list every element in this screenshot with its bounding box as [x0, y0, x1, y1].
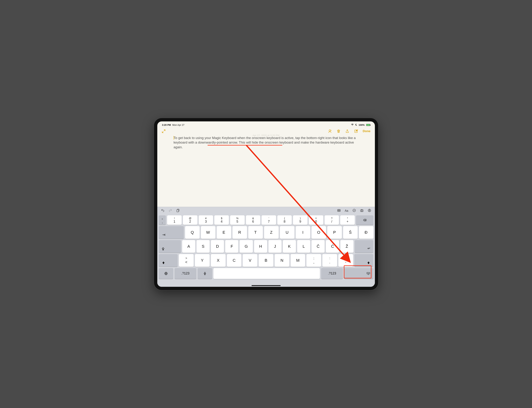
annotation-highlight-box: [344, 265, 371, 278]
key-đ[interactable]: Đ: [359, 226, 374, 239]
note-paragraph: To get back to using your Magic Keyboard…: [174, 136, 358, 150]
key-row-2: A S D F G H J K L Č Ć Ž: [159, 240, 374, 253]
key-i[interactable]: I: [296, 226, 310, 239]
done-button[interactable]: Done: [363, 129, 371, 133]
key-row-4: .?123 .?123: [159, 268, 374, 279]
battery-percent: 100%: [358, 124, 365, 126]
note-content-area[interactable]: Apr 27, 2020 at 3:20 PM To get back to u…: [157, 136, 375, 207]
key-3[interactable]: #3: [199, 215, 213, 225]
key-comma[interactable]: ;,: [307, 254, 321, 267]
key-period[interactable]: :.: [322, 254, 337, 267]
dnd-moon-icon: [355, 123, 357, 127]
svg-point-0: [352, 125, 353, 126]
key-y[interactable]: Y: [195, 254, 210, 267]
battery-icon: [366, 124, 370, 126]
text-format-button[interactable]: Aa: [345, 209, 348, 212]
key-w[interactable]: W: [201, 226, 216, 239]
key-quotes[interactable]: „ ‚: [159, 215, 166, 225]
key-g[interactable]: G: [240, 240, 253, 253]
key-1[interactable]: !1: [167, 215, 182, 225]
markup-icon[interactable]: [368, 209, 371, 213]
key-7[interactable]: '7: [262, 215, 276, 225]
key-m[interactable]: M: [291, 254, 305, 267]
key-ć[interactable]: Ć: [326, 240, 339, 253]
key-capslock[interactable]: [159, 240, 181, 253]
undo-icon[interactable]: [161, 209, 165, 213]
key-left-shift[interactable]: [159, 254, 178, 267]
table-icon[interactable]: [337, 209, 341, 213]
svg-point-7: [353, 209, 356, 212]
key-e[interactable]: E: [217, 226, 231, 239]
key-q[interactable]: Q: [185, 226, 200, 239]
key-5[interactable]: %5: [230, 215, 245, 225]
key-right-shift[interactable]: [354, 254, 374, 267]
key-plus[interactable]: *+: [340, 215, 355, 225]
key-9[interactable]: )9: [293, 215, 308, 225]
key-z[interactable]: Z: [264, 226, 279, 239]
key-numlock-right[interactable]: .?123: [321, 268, 343, 279]
key-v[interactable]: V: [243, 254, 257, 267]
key-row-1: Q W E R T Z U I O P Š Đ: [159, 226, 374, 239]
camera-icon[interactable]: [360, 209, 364, 213]
key-n[interactable]: N: [275, 254, 289, 267]
key-a[interactable]: A: [182, 240, 195, 253]
key-b[interactable]: B: [259, 254, 273, 267]
key-r[interactable]: R: [233, 226, 247, 239]
status-time: 3:20 PM: [162, 124, 171, 126]
svg-rect-13: [204, 272, 205, 274]
onscreen-keyboard: Aa „ ‚ !1 @2 #3 $4 %5 &6 '7 (8: [157, 207, 375, 287]
home-indicator: [252, 285, 281, 286]
key-spacebar[interactable]: [213, 268, 320, 279]
new-note-icon[interactable]: [354, 129, 358, 133]
collaborate-icon[interactable]: [328, 129, 332, 133]
key-p[interactable]: P: [327, 226, 342, 239]
collapse-note-icon[interactable]: [162, 129, 166, 133]
key-globe[interactable]: [159, 268, 173, 279]
key-d[interactable]: D: [211, 240, 224, 253]
key-č[interactable]: Č: [311, 240, 324, 253]
key-row-0: „ ‚ !1 @2 #3 $4 %5 &6 '7 (8 )9 =0 ?/ *+: [159, 215, 374, 225]
key-numlock-left[interactable]: .?123: [175, 268, 196, 279]
key-8[interactable]: (8: [277, 215, 292, 225]
key-0[interactable]: =0: [309, 215, 323, 225]
wifi-icon: [351, 123, 354, 127]
share-icon[interactable]: [345, 129, 349, 133]
svg-point-9: [361, 210, 362, 211]
key-backspace[interactable]: [356, 215, 374, 225]
svg-rect-11: [163, 250, 164, 250]
key-6[interactable]: &6: [246, 215, 260, 225]
keyboard-toolbar: Aa: [157, 207, 375, 215]
key-slash[interactable]: ?/: [324, 215, 339, 225]
redo-icon: [168, 209, 172, 213]
key-dictate[interactable]: [198, 268, 212, 279]
key-angle[interactable]: ><: [179, 254, 194, 267]
clipboard-icon[interactable]: [176, 209, 180, 213]
key-f[interactable]: F: [225, 240, 238, 253]
key-return[interactable]: [355, 240, 374, 253]
key-u[interactable]: U: [280, 226, 294, 239]
key-c[interactable]: C: [227, 254, 241, 267]
status-bar: 3:20 PM Mon Apr 27 100%: [157, 123, 375, 127]
trash-icon[interactable]: [337, 129, 341, 133]
key-o[interactable]: O: [311, 226, 326, 239]
svg-rect-5: [177, 210, 179, 212]
key-j[interactable]: J: [268, 240, 282, 253]
key-š[interactable]: Š: [343, 226, 358, 239]
key-dash[interactable]: _-: [338, 254, 353, 267]
key-s[interactable]: S: [197, 240, 210, 253]
key-h[interactable]: H: [254, 240, 267, 253]
key-2[interactable]: @2: [183, 215, 197, 225]
key-4[interactable]: $4: [214, 215, 229, 225]
key-x[interactable]: X: [211, 254, 225, 267]
key-k[interactable]: K: [283, 240, 296, 253]
key-t[interactable]: T: [248, 226, 263, 239]
key-ž[interactable]: Ž: [340, 240, 353, 253]
key-row-3: >< Y X C V B N M ;, :. _-: [159, 254, 374, 267]
checklist-icon[interactable]: [352, 209, 356, 213]
key-tab[interactable]: [159, 226, 184, 239]
status-date: Mon Apr 27: [172, 124, 184, 126]
key-l[interactable]: L: [297, 240, 310, 253]
